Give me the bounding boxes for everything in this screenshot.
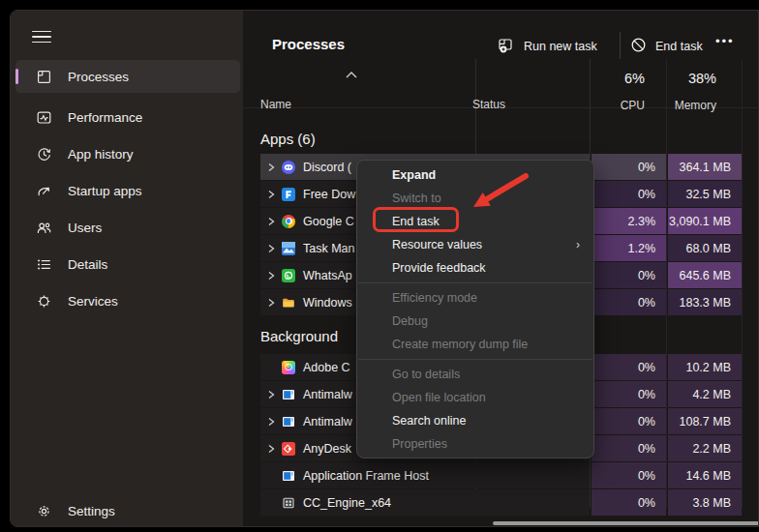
details-icon <box>36 256 52 273</box>
cpu-cell: 0% <box>592 354 666 380</box>
end-task-button[interactable]: End task <box>630 34 703 59</box>
sidebar-item-label: Processes <box>68 70 129 84</box>
users-icon <box>36 220 52 236</box>
memory-cell: 108.7 MB <box>668 408 742 434</box>
memory-cell: 32.5 MB <box>668 181 742 207</box>
more-options-button[interactable]: ••• <box>715 34 735 48</box>
sidebar-item-details[interactable]: Details <box>15 248 240 281</box>
sidebar-item-label: App history <box>68 147 134 162</box>
free-download-manager-icon <box>282 188 295 201</box>
expand-chevron-icon[interactable] <box>260 271 282 281</box>
menu-item-provide-feedback[interactable]: Provide feedback <box>357 256 593 280</box>
startup-apps-icon <box>36 183 52 199</box>
expand-chevron-icon[interactable] <box>260 390 282 399</box>
menu-separator <box>357 356 593 363</box>
toolbar-divider <box>620 32 621 59</box>
performance-icon <box>36 109 52 126</box>
menu-item-search-online[interactable]: Search online <box>357 409 593 432</box>
services-icon <box>36 293 52 310</box>
hamburger-menu-button[interactable] <box>24 22 59 51</box>
memory-cell: 4.2 MB <box>668 381 742 407</box>
column-divider <box>742 59 743 508</box>
horizontal-scrollbar[interactable] <box>493 521 759 525</box>
menu-item-efficiency-mode: Efficiency mode <box>357 286 593 310</box>
sidebar-item-label: Users <box>68 221 102 235</box>
processes-icon <box>36 69 52 85</box>
annotation-arrow-icon <box>451 161 538 219</box>
column-header-status[interactable]: Status <box>472 98 505 111</box>
sidebar-item-startup-apps[interactable]: Startup apps <box>15 174 240 207</box>
sidebar-item-label: Performance <box>68 110 142 125</box>
sidebar-item-services[interactable]: Services <box>15 284 240 317</box>
expand-chevron-icon[interactable] <box>260 163 282 172</box>
cpu-cell: 0% <box>592 489 666 516</box>
anydesk-icon <box>282 442 295 456</box>
group-header-apps[interactable]: Apps (6) <box>260 125 316 152</box>
sidebar-item-performance[interactable]: Performance <box>15 101 240 133</box>
memory-cell: 68.0 MB <box>668 235 742 261</box>
cpu-cell: 0% <box>592 154 666 180</box>
expand-chevron-icon[interactable] <box>260 444 282 454</box>
process-row-cc-engine[interactable]: CC_Engine_x64 0% 3.8 MB <box>260 489 742 516</box>
app-window-icon <box>282 415 295 429</box>
chrome-icon <box>282 215 295 228</box>
memory-cell: 2.2 MB <box>668 435 742 461</box>
expand-chevron-icon[interactable] <box>260 190 282 199</box>
expand-chevron-icon[interactable] <box>260 417 282 427</box>
sidebar-item-settings[interactable]: Settings <box>15 494 240 527</box>
sort-ascending-icon <box>346 65 357 82</box>
process-name: Windows <box>303 296 352 310</box>
run-new-task-icon <box>498 37 515 57</box>
run-new-task-button[interactable]: Run new task <box>498 34 597 59</box>
sidebar-item-processes[interactable]: Processes <box>15 60 240 93</box>
cpu-cell: 2.3% <box>592 208 666 234</box>
endtask-highlight-box <box>373 207 459 232</box>
sidebar-item-app-history[interactable]: App history <box>15 137 240 170</box>
memory-cell: 3,090.1 MB <box>668 208 742 234</box>
process-name: Task Man <box>303 242 355 255</box>
process-name: Discord ( <box>303 161 351 174</box>
process-name: Antimalw <box>303 388 352 401</box>
column-header-memory[interactable]: Memory <box>675 99 716 112</box>
expand-chevron-icon[interactable] <box>260 298 282 308</box>
task-manager-window: Processes Performance App history Startu… <box>10 10 759 527</box>
sidebar-item-label: Services <box>68 294 118 309</box>
menu-item-open-file-location: Open file location <box>357 386 593 409</box>
memory-cell: 183.3 MB <box>668 289 742 315</box>
exe-default-icon <box>282 496 295 510</box>
process-name: Adobe C <box>303 361 350 374</box>
end-task-icon <box>630 37 647 56</box>
process-name: Application Frame Host <box>303 469 429 483</box>
expand-chevron-icon[interactable] <box>260 217 282 226</box>
cpu-cell: 0% <box>592 181 666 207</box>
process-name: Antimalw <box>303 415 352 429</box>
memory-total-percent: 38% <box>688 71 716 86</box>
sidebar-item-label: Startup apps <box>68 184 142 198</box>
process-row-application-frame-host[interactable]: Application Frame Host 0% 14.6 MB <box>260 462 742 488</box>
process-name: AnyDesk <box>303 442 351 456</box>
cpu-cell: 0% <box>592 462 666 488</box>
cpu-cell: 0% <box>592 381 666 407</box>
column-header-name[interactable]: Name <box>260 98 291 111</box>
screenshot-stage: Processes Performance App history Startu… <box>0 0 759 532</box>
column-header-cpu[interactable]: CPU <box>621 99 645 112</box>
app-history-icon <box>36 146 52 163</box>
sidebar-item-users[interactable]: Users <box>15 211 240 244</box>
app-window-icon <box>282 388 295 401</box>
menu-item-create-memory-dump: Create memory dump file <box>357 333 593 356</box>
process-name: Free Dow <box>303 188 355 201</box>
cpu-cell: 0% <box>592 289 666 315</box>
cpu-cell: 1.2% <box>592 235 666 261</box>
expand-chevron-icon[interactable] <box>260 244 282 253</box>
cpu-cell: 0% <box>592 408 666 434</box>
memory-cell: 3.8 MB <box>668 489 742 516</box>
menu-item-resource-values[interactable]: Resource values › <box>357 233 593 256</box>
cpu-cell: 0% <box>592 262 666 288</box>
submenu-chevron-icon: › <box>576 238 580 251</box>
accent-pill <box>15 69 18 84</box>
page-title: Processes <box>272 36 345 52</box>
discord-icon <box>282 161 295 174</box>
group-header-background[interactable]: Background <box>260 322 338 349</box>
memory-cell: 364.1 MB <box>668 154 742 180</box>
app-window-icon <box>282 469 295 483</box>
